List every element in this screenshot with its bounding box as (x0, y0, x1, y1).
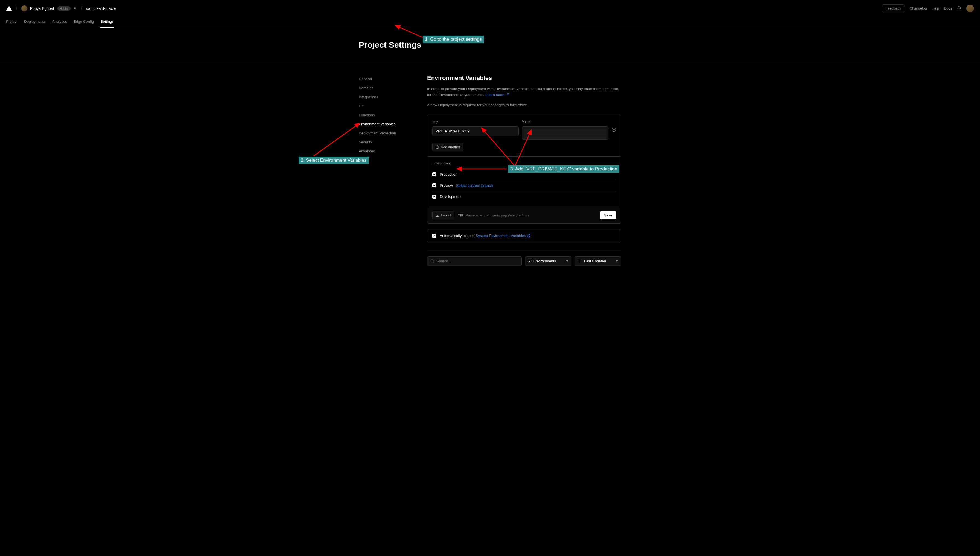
filter-env-label: All Environments (528, 259, 556, 263)
chevron-down-icon (566, 260, 568, 262)
chevron-down-icon (616, 260, 618, 262)
vercel-logo-icon[interactable] (6, 6, 12, 11)
checkbox-development[interactable] (432, 194, 437, 199)
add-another-label: Add another (441, 145, 460, 149)
svg-line-3 (314, 123, 359, 156)
expose-text: Automatically expose System Environment … (440, 234, 530, 238)
docs-link[interactable]: Docs (944, 6, 952, 10)
save-button[interactable]: Save (600, 211, 616, 220)
system-env-vars-link[interactable]: System Environment Variables (475, 234, 530, 238)
env-label-development: Development (440, 194, 461, 199)
sidebar-item-domains[interactable]: Domains (359, 84, 416, 92)
changelog-link[interactable]: Changelog (910, 6, 927, 10)
breadcrumb-slash: / (81, 5, 82, 11)
remove-row-icon[interactable] (612, 128, 616, 133)
checkbox-production[interactable] (432, 172, 437, 176)
plus-circle-icon (435, 145, 439, 149)
expose-prefix: Automatically expose (440, 234, 475, 238)
user-avatar[interactable] (966, 5, 974, 12)
download-icon (435, 213, 439, 217)
select-custom-branch-link[interactable]: Select custom branch (456, 183, 493, 188)
sidebar-item-security[interactable]: Security (359, 137, 416, 147)
check-icon (433, 184, 436, 187)
avatar-icon (21, 5, 27, 11)
tip-label: TIP: (458, 213, 465, 217)
check-icon (433, 195, 436, 198)
env-row-preview: Preview Select custom branch (432, 180, 616, 191)
annotation-3: 3. Add "VRF_PRIVATE_KEY" variable to Pro… (508, 165, 619, 173)
annotation-1: 1. Go to the project settings (423, 36, 484, 43)
tab-deployments[interactable]: Deployments (24, 17, 46, 28)
filter-sort[interactable]: Last Updated (575, 256, 621, 266)
top-header: / Pouya Eghbali Hobby / sample-vrf-oracl… (0, 0, 980, 17)
tab-edge-config[interactable]: Edge Config (74, 17, 94, 28)
search-box[interactable] (427, 256, 522, 266)
env-card-footer: Import TIP: Paste a .env above to popula… (427, 207, 621, 223)
svg-line-15 (433, 262, 434, 263)
checkbox-expose[interactable] (432, 234, 437, 238)
deployment-note: A new Deployment is required for your ch… (427, 102, 621, 108)
sidebar-item-deployment-protection[interactable]: Deployment Protection (359, 129, 416, 137)
key-label: Key (432, 120, 519, 124)
breadcrumb-slash: / (16, 5, 18, 11)
tip-text: TIP: Paste a .env above to populate the … (458, 213, 529, 217)
sort-icon (578, 259, 582, 263)
check-icon (433, 234, 436, 237)
learn-more-label: Learn more (485, 93, 504, 97)
external-link-icon (527, 234, 530, 238)
plan-badge: Hobby (57, 6, 71, 11)
tab-settings[interactable]: Settings (100, 17, 114, 28)
sidebar-item-advanced[interactable]: Advanced (359, 147, 416, 156)
user-name: Pouya Eghbali (30, 6, 55, 11)
env-label-production: Production (440, 172, 458, 176)
page-header: Project Settings 1. Go to the project se… (0, 28, 980, 63)
notifications-icon[interactable] (957, 6, 961, 11)
header-right: Feedback Changelog Help Docs (882, 4, 974, 12)
add-another-button[interactable]: Add another (432, 143, 463, 151)
tab-analytics[interactable]: Analytics (52, 17, 67, 28)
learn-more-link[interactable]: Learn more (485, 93, 509, 97)
check-icon (433, 173, 436, 176)
annotation-2: 2. Select Environment Variables (298, 157, 369, 164)
help-link[interactable]: Help (932, 6, 939, 10)
project-breadcrumb[interactable]: sample-vrf-oracle (86, 6, 116, 11)
svg-point-14 (431, 260, 434, 262)
key-input[interactable] (432, 126, 519, 136)
sidebar-item-functions[interactable]: Functions (359, 110, 416, 120)
tip-body: Paste a .env above to populate the form (466, 213, 529, 217)
main-content: Environment Variables In order to provid… (427, 74, 621, 266)
checkbox-preview[interactable] (432, 183, 437, 187)
expose-card: Automatically expose System Environment … (427, 229, 621, 242)
settings-sidebar: General Domains Integrations Git Functio… (359, 74, 416, 266)
import-label: Import (441, 213, 451, 217)
sidebar-item-integrations[interactable]: Integrations (359, 92, 416, 102)
env-row-development: Development (432, 191, 616, 202)
tab-project[interactable]: Project (6, 17, 18, 28)
project-tabs: Project Deployments Analytics Edge Confi… (0, 17, 980, 28)
filter-sort-label: Last Updated (584, 259, 606, 263)
section-description: In order to provide your Deployment with… (427, 86, 621, 98)
sidebar-item-environment-variables[interactable]: Environment Variables (359, 120, 416, 129)
feedback-button[interactable]: Feedback (882, 4, 905, 12)
search-icon (430, 259, 434, 263)
filter-environments[interactable]: All Environments (525, 256, 572, 266)
env-card: Key Value Add another (427, 115, 621, 223)
switcher-icon[interactable] (73, 6, 77, 11)
import-button[interactable]: Import (432, 211, 454, 220)
filters-row: All Environments Last Updated (427, 251, 621, 266)
section-desc-text: In order to provide your Deployment with… (427, 87, 619, 97)
value-label: Value (522, 120, 608, 124)
expose-link-label: System Environment Variables (475, 234, 526, 238)
search-input[interactable] (437, 259, 519, 263)
annotation-arrow-2 (311, 121, 363, 158)
environment-label: Environment (432, 162, 616, 165)
section-title: Environment Variables (427, 74, 621, 82)
content: General Domains Integrations Git Functio… (355, 63, 625, 277)
sidebar-item-general[interactable]: General (359, 74, 416, 84)
value-input[interactable] (522, 126, 608, 139)
sidebar-item-git[interactable]: Git (359, 102, 416, 110)
env-label-preview: Preview (440, 183, 453, 187)
page-title: Project Settings (359, 40, 621, 50)
team-breadcrumb[interactable]: Pouya Eghbali Hobby (21, 5, 77, 11)
header-left: / Pouya Eghbali Hobby / sample-vrf-oracl… (6, 5, 116, 11)
